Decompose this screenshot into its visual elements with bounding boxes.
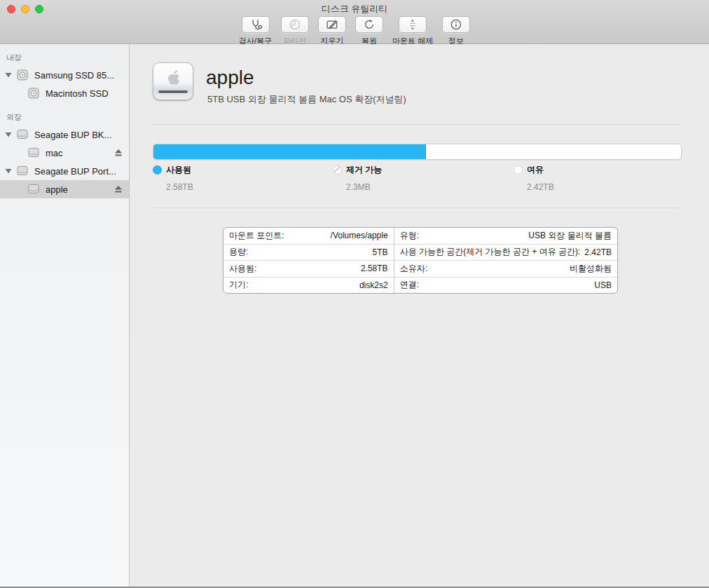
sidebar-item-label: Samsung SSD 85...: [34, 70, 114, 81]
apple-logo-icon: [166, 69, 181, 87]
unmount-button[interactable]: 마운트 해제: [392, 16, 433, 46]
disclosure-triangle-icon[interactable]: [5, 132, 12, 137]
usage-bar-used: [153, 144, 426, 159]
legend-purgeable: 제거 가능 2.3MB: [333, 164, 382, 192]
external-drive-icon: [28, 184, 39, 194]
legend-label: 제거 가능: [346, 164, 382, 176]
erase-icon: [325, 18, 339, 32]
toolbar: 검사/복구 파티션 지: [239, 16, 470, 46]
legend-label: 여유: [527, 164, 544, 176]
info-row-type: 유형: USB 외장 물리적 볼륨: [394, 228, 617, 245]
disk-utility-window: 디스크 유틸리티 검사/복구: [0, 0, 709, 588]
sidebar-item-label: mac: [46, 148, 63, 158]
legend-label: 사용됨: [166, 164, 191, 176]
info-value: 2.42TB: [584, 247, 612, 257]
info-label: 용량:: [229, 246, 248, 258]
partition-button[interactable]: 파티션: [281, 16, 309, 46]
legend-free: 여유 2.42TB: [514, 164, 554, 192]
legend-value: 2.42TB: [527, 182, 554, 192]
info-row-available: 사용 가능한 공간(제거 가능한 공간 + 여유 공간): 2.42TB: [394, 245, 617, 261]
info-row-capacity: 용량: 5TB: [223, 245, 394, 261]
first-aid-button[interactable]: 검사/복구: [239, 16, 272, 46]
info-row-connection: 연결: USB: [394, 278, 617, 294]
sidebar-item-label: apple: [46, 184, 68, 195]
external-drive-icon: [17, 165, 28, 176]
main-pane: apple 5TB USB 외장 물리적 볼륨 Mac OS 확장(저널링) 사…: [130, 44, 709, 587]
info-row-owner: 소유자: 비활성화됨: [394, 261, 617, 278]
free-swatch-icon: [514, 165, 523, 175]
sidebar-section-external: 외장: [0, 112, 129, 123]
window-title: 디스크 유틸리티: [0, 3, 709, 15]
external-drive-icon: [17, 129, 28, 139]
partition-icon: [288, 18, 302, 32]
info-value: 5TB: [373, 247, 388, 257]
info-icon: [449, 18, 463, 32]
volume-device-icon: [153, 62, 193, 100]
volume-subtitle: 5TB USB 외장 물리적 볼륨 Mac OS 확장(저널링): [207, 93, 406, 106]
sidebar-item-seagate-bk[interactable]: Seagate BUP BK...: [0, 125, 129, 144]
sidebar-item-mac[interactable]: mac: [0, 144, 129, 162]
usage-bar: [153, 144, 682, 160]
info-row-used: 사용됨: 2.58TB: [223, 261, 394, 278]
info-value: USB 외장 물리적 볼륨: [528, 230, 612, 242]
sidebar-item-samsung-ssd[interactable]: Samsung SSD 85...: [0, 66, 129, 84]
unmount-icon: [406, 18, 420, 32]
info-value: /Volumes/apple: [331, 231, 388, 240]
sidebar-item-apple[interactable]: apple: [0, 180, 129, 198]
info-label: 마운트 포인트:: [229, 230, 284, 242]
info-label: 유형:: [400, 230, 419, 242]
info-row-device: 기기: disk2s2: [223, 278, 394, 294]
eject-icon[interactable]: [114, 185, 123, 193]
info-value: USB: [594, 280, 612, 290]
sidebar-item-label: Macintosh SSD: [46, 88, 109, 99]
first-aid-icon: [248, 18, 262, 32]
eject-icon[interactable]: [114, 149, 123, 157]
legend-value: 2.3MB: [346, 182, 382, 192]
legend-used: 사용됨 2.58TB: [153, 164, 193, 192]
info-label: 사용됨:: [229, 263, 256, 275]
sidebar-item-label: Seagate BUP BK...: [34, 130, 111, 140]
info-button[interactable]: 정보: [442, 16, 470, 46]
sidebar: 내장 Samsung SSD 85... Macintosh SSD 외장: [0, 44, 130, 587]
sidebar-item-label: Seagate BUP Port...: [34, 166, 116, 177]
volume-info-table: 마운트 포인트: /Volumes/apple 용량: 5TB 사용됨: 2.5…: [223, 227, 618, 294]
info-label: 사용 가능한 공간(제거 가능한 공간 + 여유 공간):: [400, 246, 581, 258]
used-swatch-icon: [153, 165, 162, 175]
disclosure-triangle-icon[interactable]: [5, 72, 12, 78]
info-label: 소유자:: [400, 263, 427, 275]
info-value: 2.58TB: [361, 264, 388, 273]
divider: [153, 124, 682, 125]
info-label: 기기:: [229, 279, 248, 291]
sidebar-item-macintosh-ssd[interactable]: Macintosh SSD: [0, 84, 129, 102]
info-value: 비활성화됨: [570, 263, 612, 275]
purgeable-swatch-icon: [333, 165, 342, 175]
internal-drive-icon: [28, 88, 39, 99]
device-slot: [158, 90, 188, 93]
internal-drive-icon: [17, 69, 28, 81]
volume-title: apple: [206, 67, 254, 89]
external-drive-icon: [28, 147, 39, 158]
title-toolbar: 디스크 유틸리티 검사/복구: [0, 0, 709, 44]
sidebar-item-seagate-port[interactable]: Seagate BUP Port...: [0, 162, 129, 180]
info-value: disk2s2: [359, 280, 388, 290]
info-label: 연결:: [400, 279, 419, 291]
sidebar-section-internal: 내장: [0, 53, 129, 63]
restore-icon: [362, 18, 376, 32]
disclosure-triangle-icon[interactable]: [5, 168, 12, 174]
restore-button[interactable]: 복원: [355, 16, 383, 46]
info-row-mount-point: 마운트 포인트: /Volumes/apple: [223, 228, 394, 245]
legend-value: 2.58TB: [166, 182, 193, 192]
divider: [153, 207, 682, 208]
erase-button[interactable]: 지우기: [318, 16, 346, 46]
